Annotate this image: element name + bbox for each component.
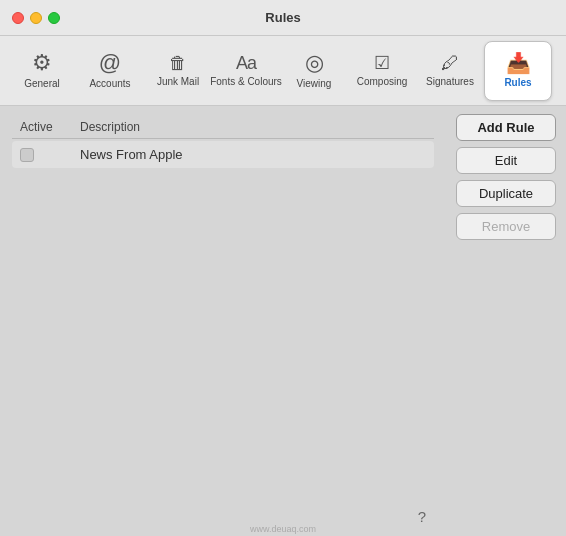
rules-icon: 📥 [506,53,531,73]
rules-panel: Active Description News From Apple ? www… [0,106,446,536]
accounts-label: Accounts [89,78,130,89]
table-row[interactable]: News From Apple [12,141,434,168]
duplicate-button[interactable]: Duplicate [456,180,556,207]
help-icon: ? [418,508,426,525]
main-content: Active Description News From Apple ? www… [0,106,566,536]
toolbar-signatures[interactable]: 🖊 Signatures [416,41,484,101]
window-title: Rules [265,10,300,25]
signatures-icon: 🖊 [441,54,459,72]
buttons-panel: Add Rule Edit Duplicate Remove [446,106,566,536]
rule-name: News From Apple [80,147,183,162]
junk-mail-label: Junk Mail [157,76,199,87]
viewing-label: Viewing [297,78,332,89]
composing-label: Composing [357,76,408,87]
fonts-label: Fonts & Colours [210,76,282,87]
window-controls[interactable] [12,12,60,24]
fonts-icon: Aa [236,54,256,72]
general-icon: ⚙ [32,52,52,74]
watermark: www.deuaq.com [250,524,316,534]
toolbar-viewing[interactable]: ◎ Viewing [280,41,348,101]
viewing-icon: ◎ [305,52,324,74]
general-label: General [24,78,60,89]
maximize-button[interactable] [48,12,60,24]
toolbar-rules[interactable]: 📥 Rules [484,41,552,101]
toolbar-fonts-colours[interactable]: Aa Fonts & Colours [212,41,280,101]
toolbar-accounts[interactable]: @ Accounts [76,41,144,101]
toolbar: ⚙ General @ Accounts 🗑 Junk Mail Aa Font… [0,36,566,106]
rule-active-checkbox[interactable] [20,148,34,162]
edit-button[interactable]: Edit [456,147,556,174]
remove-button[interactable]: Remove [456,213,556,240]
toolbar-general[interactable]: ⚙ General [8,41,76,101]
title-bar: Rules [0,0,566,36]
table-header: Active Description [12,116,434,139]
accounts-icon: @ [99,52,121,74]
col-description-header: Description [80,120,140,134]
toolbar-composing[interactable]: ☑ Composing [348,41,416,101]
junk-mail-icon: 🗑 [169,54,187,72]
minimize-button[interactable] [30,12,42,24]
col-active-header: Active [20,120,80,134]
rules-label: Rules [504,77,531,88]
signatures-label: Signatures [426,76,474,87]
help-button[interactable]: ? [412,506,432,526]
composing-icon: ☑ [374,54,390,72]
add-rule-button[interactable]: Add Rule [456,114,556,141]
toolbar-junk-mail[interactable]: 🗑 Junk Mail [144,41,212,101]
close-button[interactable] [12,12,24,24]
